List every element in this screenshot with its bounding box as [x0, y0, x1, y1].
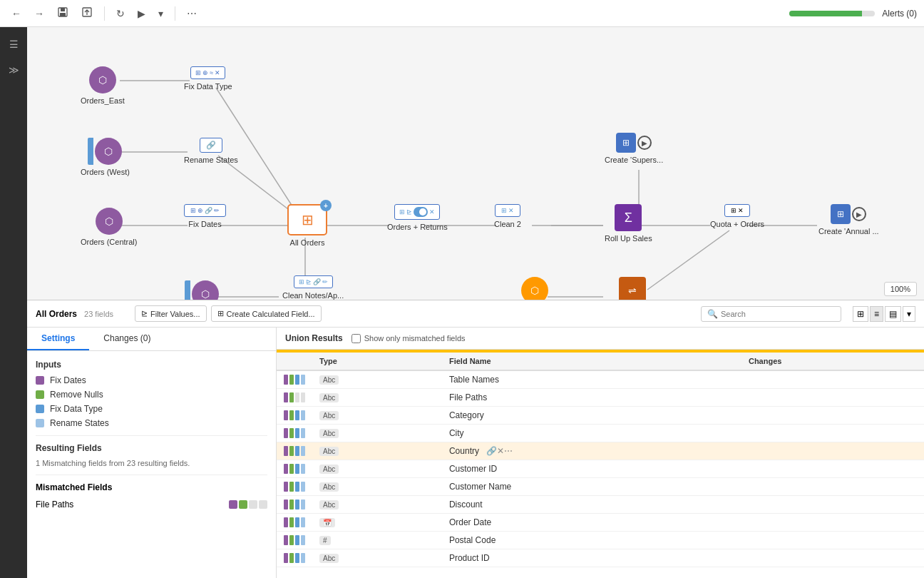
tab-changes[interactable]: Changes (0) [89, 328, 165, 350]
node-orders-returns[interactable]: ⊞ ⊵ ✕ Orders + Returns [387, 204, 448, 231]
node-roll-up-sales-label: Roll Up Sales [605, 234, 652, 243]
row-changes [741, 478, 924, 496]
search-box: 🔍 [701, 306, 841, 322]
table-row[interactable]: AbcCategory [277, 407, 924, 425]
row-color-bars [277, 370, 312, 389]
row-type: Abc [312, 549, 442, 567]
remove-nulls-color [36, 390, 44, 399]
left-sidebar: ☰ ≫ [0, 27, 27, 578]
sidebar-home-icon[interactable]: ☰ [5, 34, 23, 54]
compact-view-button[interactable]: ▤ [885, 306, 901, 322]
row-field-name: Product ID [442, 549, 741, 567]
table-row[interactable]: AbcCity [277, 425, 924, 442]
more-button[interactable]: ⋯ [183, 5, 201, 22]
row-changes [741, 370, 924, 389]
row-color-bars [277, 514, 312, 532]
row-action-icon[interactable]: ✕ [497, 446, 504, 456]
row-field-name: City [442, 425, 741, 442]
data-table[interactable]: Type Field Name Changes AbcTable NamesAb… [277, 353, 924, 578]
export-button[interactable] [77, 4, 97, 23]
fix-dates-color [36, 376, 44, 385]
table-row[interactable]: 📅Order Date [277, 514, 924, 532]
search-input[interactable] [721, 310, 835, 318]
run-button[interactable]: ▶ [133, 5, 150, 22]
row-type: Abc [312, 478, 442, 496]
node-clean-notes[interactable]: ⊞ ⊵ 🔗 ✏ Clean Notes/Ap... [282, 275, 344, 300]
row-action-icon[interactable]: 🔗 [486, 446, 497, 456]
csq-3 [249, 500, 257, 509]
col-field-name-header: Field Name [442, 353, 741, 370]
alerts-label[interactable]: Alerts (0) [882, 9, 917, 19]
node-orders-central[interactable]: ⬡ Orders (Central) [81, 208, 137, 246]
save-button[interactable] [53, 4, 73, 23]
node-orders-east-label: Orders_East [81, 96, 125, 105]
show-mismatch-checkbox-label[interactable]: Show only mismatched fields [351, 334, 466, 343]
node-quota-orders[interactable]: ⊞ ✕ Quota + Orders [710, 204, 764, 228]
row-changes [741, 532, 924, 549]
table-row[interactable]: AbcProduct ID [277, 549, 924, 567]
node-fix-data-type-1[interactable]: ⊞ ⊕ ≈ ✕ Fix Data Type [184, 66, 232, 91]
node-all-orders[interactable]: ⊞ + All Orders [287, 204, 327, 247]
list-view-button[interactable]: ≡ [870, 306, 883, 322]
node-orders-returns-label: Orders + Returns [387, 223, 448, 231]
panel-body: Settings Changes (0) Inputs Fix Dates Re… [27, 328, 924, 578]
forward-button[interactable]: → [30, 5, 48, 22]
table-row[interactable]: AbcCountry🔗✕⋯ [277, 442, 924, 460]
toolbar-separator-1 [104, 6, 105, 21]
node-rename-states[interactable]: 🔗 Rename States [184, 138, 238, 164]
refresh-button[interactable]: ↻ [112, 5, 129, 22]
csq-2 [239, 500, 247, 509]
row-action-icon[interactable]: ⋯ [504, 446, 513, 456]
fields-table: Type Field Name Changes AbcTable NamesAb… [277, 353, 924, 567]
table-row[interactable]: AbcDiscount [277, 496, 924, 514]
row-field-name: Order Date [442, 514, 741, 532]
filter-values-button[interactable]: ⊵ Filter Values... [135, 305, 207, 322]
input-fix-data-type: Fix Data Type [36, 404, 267, 414]
node-rename-states-label: Rename States [184, 156, 238, 164]
create-calc-field-button[interactable]: ⊞ Create Calculated Field... [211, 305, 322, 322]
row-field-name: Country🔗✕⋯ [442, 442, 741, 460]
mismatch-file-paths: File Paths [36, 497, 267, 512]
run-dropdown-button[interactable]: ▾ [154, 5, 168, 22]
node-orders-west[interactable]: ⬡ Orders (West) [81, 138, 130, 176]
node-fix-data-type-1-label: Fix Data Type [184, 82, 232, 91]
table-row[interactable]: AbcCustomer Name [277, 478, 924, 496]
row-changes [741, 460, 924, 478]
flow-connections [27, 27, 924, 327]
canvas-area: ⬡ Orders_East ⊞ ⊕ ≈ ✕ Fix Data Type ⬡ [27, 27, 924, 578]
row-actions[interactable]: 🔗✕⋯ [486, 446, 513, 456]
show-mismatch-checkbox[interactable] [351, 334, 361, 343]
table-row[interactable]: AbcTable Names [277, 370, 924, 389]
node-fix-dates[interactable]: ⊞ ⊕ 🔗 ✏ Fix Dates [184, 204, 226, 228]
node-orders-central-label: Orders (Central) [81, 238, 137, 246]
node-clean-2[interactable]: ⊞ ✕ Clean 2 [494, 204, 521, 228]
node-create-annual[interactable]: ⊞ ▶ Create 'Annual ... [818, 204, 879, 235]
node-create-supers-label: Create 'Supers... [605, 156, 663, 164]
row-changes [741, 549, 924, 567]
table-row[interactable]: AbcCustomer ID [277, 460, 924, 478]
col-color-bars [277, 353, 312, 370]
row-field-name: Table Names [442, 370, 741, 389]
view-dropdown-button[interactable]: ▾ [903, 306, 915, 322]
sidebar-expand-icon[interactable]: ≫ [4, 60, 24, 80]
fix-dates-label: Fix Dates [50, 375, 86, 385]
row-type: Abc [312, 442, 442, 460]
row-color-bars [277, 442, 312, 460]
toolbar-right: Alerts (0) [789, 9, 917, 19]
main-layout: ☰ ≫ [0, 27, 924, 578]
svg-rect-1 [61, 8, 65, 11]
row-changes [741, 442, 924, 460]
table-row[interactable]: #Postal Code [277, 532, 924, 549]
node-orders-east[interactable]: ⬡ Orders_East [81, 66, 125, 105]
divider-1 [36, 435, 267, 436]
settings-content: Inputs Fix Dates Remove Nulls Fix Data T… [27, 351, 276, 578]
back-button[interactable]: ← [7, 5, 26, 22]
mismatched-fields-title: Mismatched Fields [36, 482, 267, 492]
grid-view-button[interactable]: ⊞ [853, 306, 868, 322]
table-row[interactable]: AbcFile Paths [277, 389, 924, 407]
node-create-supers[interactable]: ⊞ ▶ Create 'Supers... [605, 133, 663, 164]
input-rename-states: Rename States [36, 418, 267, 428]
node-roll-up-sales[interactable]: Σ Roll Up Sales [605, 204, 652, 243]
toolbar-separator-2 [175, 6, 175, 21]
tab-settings[interactable]: Settings [27, 328, 89, 350]
